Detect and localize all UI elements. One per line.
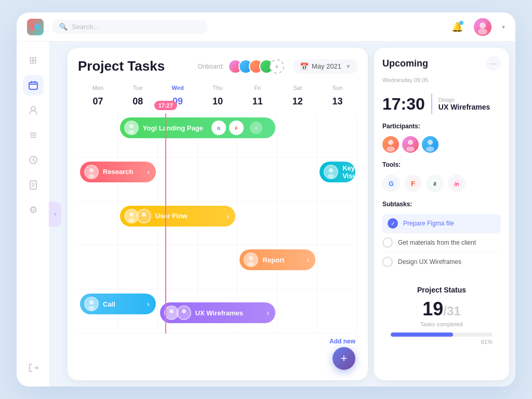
tools-label: Tools: xyxy=(382,161,501,168)
task-arrow-report: › xyxy=(307,256,309,264)
svg-point-32 xyxy=(329,168,333,172)
subtasks-label: Subtasks: xyxy=(382,201,501,208)
task-avatar-report xyxy=(244,252,258,267)
add-onboard-button[interactable]: + xyxy=(270,59,284,74)
cell-3-3 xyxy=(198,245,238,289)
sidebar-item-person[interactable] xyxy=(23,100,44,121)
cell-1-2 xyxy=(158,157,198,202)
more-options-button[interactable]: ··· xyxy=(486,56,501,71)
sidebar-expand-button[interactable]: › xyxy=(49,202,61,227)
sidebar-item-document[interactable] xyxy=(23,175,44,195)
task-tool-icons: G F xyxy=(211,121,244,135)
current-time-badge: 17:27 xyxy=(154,101,177,110)
upcoming-task-info: Design UX Wireframes xyxy=(438,97,490,111)
avatar-stack: + xyxy=(228,59,284,74)
subtask-check-2[interactable] xyxy=(382,237,393,248)
svg-text:#: # xyxy=(433,181,436,187)
task-yogi-landing-page[interactable]: Yogi Landing Page G F ‹ xyxy=(120,117,275,138)
slack-tool-icon[interactable]: # xyxy=(426,175,444,192)
task-avatar-user-flow-2 xyxy=(137,209,151,223)
task-expand-icon[interactable]: ‹ xyxy=(250,122,262,134)
subtask-item-3[interactable]: Design UX Wireframes xyxy=(382,252,501,271)
sidebar-item-clock[interactable] xyxy=(23,150,44,170)
top-nav: 🔍 Search... 🔔 ▾ xyxy=(17,12,515,42)
sidebar-item-settings[interactable]: ⚙ xyxy=(23,200,44,220)
svg-point-57 xyxy=(426,147,434,152)
search-bar[interactable]: 🔍 Search... xyxy=(52,20,208,34)
task-research[interactable]: Research › xyxy=(80,162,156,182)
task-report[interactable]: Report › xyxy=(240,249,315,270)
add-new-label: Add new xyxy=(329,338,355,345)
invision-tool-icon[interactable]: in xyxy=(448,175,466,192)
svg-line-15 xyxy=(33,160,35,162)
cell-3-6 xyxy=(317,245,357,289)
task-call[interactable]: Call › xyxy=(80,294,156,314)
subtasks-list: ✓ Prepare Figma file Get materials from … xyxy=(382,214,501,271)
day-num-11: 11 xyxy=(237,95,277,111)
task-arrow-ux: › xyxy=(267,309,270,317)
calendar-title: Project Tasks xyxy=(78,58,198,74)
upcoming-task-type: Design xyxy=(438,97,490,103)
date-picker[interactable]: 📅 May 2021 ▾ xyxy=(292,59,357,74)
user-menu-chevron[interactable]: ▾ xyxy=(502,23,505,31)
participants-label: Participants: xyxy=(382,123,501,130)
day-label-thu: Thu xyxy=(198,83,238,93)
sidebar-item-logout[interactable] xyxy=(23,357,44,378)
svg-point-36 xyxy=(128,218,135,222)
svg-point-35 xyxy=(129,212,134,217)
participants-row xyxy=(382,136,501,153)
main-body: ⊞ ⚙ › xyxy=(17,42,515,387)
svg-point-33 xyxy=(328,174,334,178)
cell-0-0 xyxy=(78,113,118,157)
calendar-panel: Project Tasks Onboard: + 📅 May xyxy=(68,48,368,380)
svg-point-51 xyxy=(387,147,395,152)
cell-3-2 xyxy=(158,245,198,289)
calendar-day-numbers: 07 08 09 10 11 12 13 xyxy=(78,95,357,111)
subtask-item-1[interactable]: ✓ Prepare Figma file xyxy=(382,214,501,233)
participant-1 xyxy=(382,136,399,153)
subtask-check-1[interactable]: ✓ xyxy=(388,218,398,229)
google-meet-tool-icon[interactable]: G xyxy=(382,175,400,192)
svg-text:F: F xyxy=(235,126,238,131)
sidebar-item-calendar[interactable] xyxy=(23,75,44,96)
subtask-item-2[interactable]: Get materials from the client xyxy=(382,233,501,252)
svg-rect-5 xyxy=(29,82,37,89)
svg-point-3 xyxy=(480,22,486,29)
task-key-visual[interactable]: Key Visu xyxy=(320,162,355,182)
svg-point-44 xyxy=(88,306,95,310)
notifications-button[interactable]: 🔔 xyxy=(449,19,466,35)
task-label-key-visual: Key Visu xyxy=(342,164,355,180)
onboard-section: Onboard: + xyxy=(198,59,284,74)
svg-point-41 xyxy=(248,262,254,266)
add-new-button[interactable]: + xyxy=(332,347,355,370)
cell-4-5 xyxy=(277,289,317,334)
progress-bar-bg xyxy=(391,332,493,337)
upcoming-card: 17:30 Design UX Wireframes xyxy=(382,94,501,114)
upcoming-time: 17:30 xyxy=(382,95,425,114)
progress-percent-label: 61% xyxy=(391,339,493,345)
cell-2-0 xyxy=(78,202,118,246)
figma-tool-icon[interactable]: F xyxy=(404,175,422,192)
upcoming-task-name: UX Wireframes xyxy=(438,103,490,111)
project-status-title: Project Status xyxy=(391,286,493,294)
task-avatar-key-visual xyxy=(324,165,338,179)
svg-point-23 xyxy=(128,130,135,134)
task-user-flow[interactable]: User Flow › xyxy=(120,206,236,227)
user-avatar[interactable] xyxy=(474,18,491,36)
day-label-tue: Tue xyxy=(118,83,158,93)
sidebar-item-list[interactable] xyxy=(23,125,44,145)
day-num-10: 10 xyxy=(198,95,238,111)
cell-2-5 xyxy=(277,202,317,246)
task-label-report: Report xyxy=(262,256,284,264)
figma-icon[interactable]: F xyxy=(229,121,244,135)
day-num-08: 08 xyxy=(118,95,158,111)
google-meet-icon[interactable]: G xyxy=(211,121,226,135)
subtask-check-3[interactable] xyxy=(382,257,393,267)
svg-text:in: in xyxy=(455,181,459,187)
task-ux-wireframes[interactable]: UX Wireframes › xyxy=(160,302,276,323)
calendar-days-header: Mon Tue Wed Thu Fri Sat Sun xyxy=(78,83,357,93)
cell-2-6 xyxy=(317,202,357,246)
sidebar-item-grid[interactable]: ⊞ xyxy=(23,50,44,71)
tasks-current: 19 xyxy=(422,298,443,320)
svg-point-46 xyxy=(169,309,174,313)
